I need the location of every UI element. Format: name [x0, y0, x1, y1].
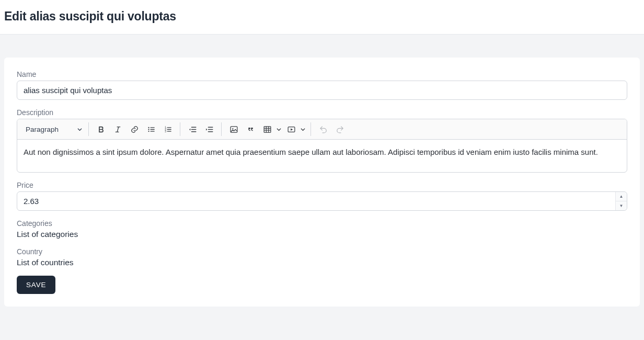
media-dropdown-toggle[interactable]	[299, 121, 306, 137]
rich-text-editor: Paragraph	[17, 119, 627, 173]
bulleted-list-button[interactable]	[143, 121, 159, 137]
description-label: Description	[17, 108, 627, 117]
table-dropdown-toggle[interactable]	[275, 121, 282, 137]
save-button[interactable]: SAVE	[17, 276, 55, 294]
svg-point-7	[232, 128, 233, 129]
svg-rect-8	[264, 126, 271, 132]
svg-rect-6	[231, 126, 237, 132]
blockquote-button[interactable]	[243, 121, 258, 137]
link-button[interactable]	[126, 121, 142, 137]
field-categories: Categories List of categories	[17, 219, 627, 239]
quote-icon	[246, 125, 255, 134]
page-title: Edit alias suscipit qui voluptas	[4, 9, 640, 24]
field-country: Country List of countries	[17, 247, 627, 267]
link-icon	[130, 125, 139, 134]
outdent-icon	[188, 125, 197, 134]
chevron-down-icon	[277, 127, 281, 132]
field-price: Price ▲ ▼	[17, 181, 627, 211]
page-header: Edit alias suscipit qui voluptas	[0, 0, 644, 35]
toolbar-separator	[180, 122, 180, 136]
toolbar-separator	[221, 122, 222, 136]
svg-text:3: 3	[165, 130, 166, 133]
redo-icon	[336, 125, 344, 134]
name-input[interactable]	[17, 81, 627, 100]
price-label: Price	[17, 181, 627, 189]
numbered-list-icon: 1 2 3	[164, 125, 172, 134]
description-editor-body[interactable]: Aut non dignissimos a sint ipsum dolore.…	[17, 140, 627, 172]
categories-label: Categories	[17, 219, 627, 228]
italic-icon	[113, 125, 122, 134]
undo-button[interactable]	[315, 121, 331, 137]
content-area: Name Description Paragraph	[0, 35, 644, 311]
media-button[interactable]	[283, 121, 299, 137]
country-label: Country	[17, 247, 627, 256]
svg-point-0	[148, 127, 149, 128]
indent-icon	[205, 125, 214, 134]
price-input[interactable]	[17, 191, 627, 211]
image-button[interactable]	[226, 121, 242, 137]
table-icon	[263, 125, 272, 134]
editor-toolbar: Paragraph	[17, 119, 627, 140]
numbered-list-button[interactable]: 1 2 3	[160, 121, 176, 137]
heading-dropdown[interactable]: Paragraph	[20, 121, 86, 137]
chevron-down-icon	[301, 127, 305, 132]
categories-value: List of categories	[17, 230, 627, 239]
redo-button[interactable]	[332, 121, 348, 137]
media-icon	[287, 125, 296, 134]
heading-dropdown-label: Paragraph	[26, 126, 59, 133]
bold-icon	[97, 125, 106, 134]
toolbar-separator	[88, 122, 89, 136]
field-name: Name	[17, 70, 627, 100]
name-label: Name	[17, 70, 627, 78]
price-step-down[interactable]: ▼	[616, 201, 627, 210]
country-value: List of countries	[17, 258, 627, 267]
svg-point-2	[148, 130, 149, 131]
bold-button[interactable]	[93, 121, 109, 137]
field-description: Description Paragraph	[17, 108, 627, 173]
bulleted-list-icon	[147, 125, 156, 134]
italic-button[interactable]	[110, 121, 125, 137]
price-stepper: ▲ ▼	[615, 192, 627, 210]
undo-icon	[319, 125, 328, 134]
table-button[interactable]	[259, 121, 275, 137]
edit-form-card: Name Description Paragraph	[4, 58, 640, 307]
indent-button[interactable]	[201, 121, 217, 137]
svg-point-1	[148, 129, 149, 130]
price-step-up[interactable]: ▲	[616, 192, 627, 201]
chevron-down-icon	[77, 127, 82, 132]
image-icon	[229, 125, 238, 134]
outdent-button[interactable]	[185, 121, 200, 137]
toolbar-separator	[310, 122, 311, 136]
